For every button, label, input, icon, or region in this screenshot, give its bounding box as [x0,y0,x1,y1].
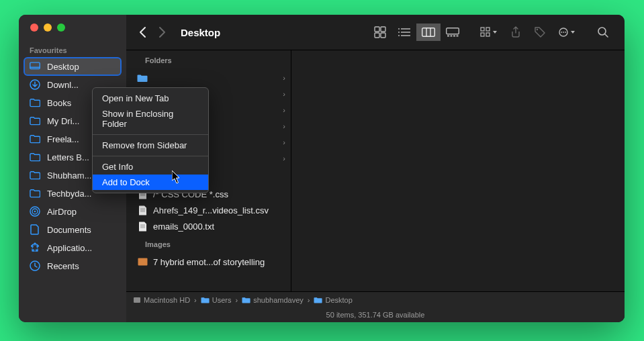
list-item[interactable]: › [126,70,291,86]
sidebar-item-airdrop[interactable]: AirDrop [24,203,121,220]
document-icon [30,224,40,235]
svg-point-15 [398,32,400,33]
item-label: 7 hybrid emot...of storytelling [153,257,265,267]
back-button[interactable] [139,26,146,38]
chevron-right-icon: › [283,106,285,114]
svg-rect-7 [375,27,379,32]
svg-rect-21 [447,36,449,37]
svg-rect-23 [453,36,455,37]
sidebar-item-documents[interactable]: Documents [24,221,121,238]
status-bar: 50 items, 351.74 GB available [126,307,625,322]
chevron-right-icon: › [283,90,285,98]
svg-rect-26 [481,33,484,36]
svg-point-16 [398,35,400,36]
file-icon [137,205,148,215]
window-title: Desktop [181,27,364,38]
sidebar-item-label: Applicatio... [47,243,92,253]
menu-item-remove-from-sidebar[interactable]: Remove from Sidebar [93,138,208,153]
menu-separator [93,134,208,135]
group-by-button[interactable] [474,23,504,41]
path-segment[interactable]: Macintosh HD [133,296,190,304]
folder-icon [30,115,40,126]
action-button[interactable] [552,23,582,41]
chevron-right-icon: › [283,138,285,146]
svg-rect-27 [486,28,490,31]
finder-window: Favourites DesktopDownl...BooksMy Dri...… [19,15,625,322]
menu-item-open-in-new-tab[interactable]: Open in New Tab [93,91,208,106]
sidebar-item-label: Freela... [47,134,79,144]
download-icon [30,79,40,90]
svg-rect-45 [138,258,147,266]
path-bar: Macintosh HD›Users›shubhamdavey›Desktop [126,291,625,307]
item-label: Ahrefs_149_r...videos_list.csv [153,205,269,215]
svg-rect-10 [381,33,385,38]
cursor-icon [172,170,181,184]
menu-item-show-in-enclosing-folder[interactable]: Show in Enclosing Folder [93,106,208,132]
icon-view-button[interactable] [368,23,392,41]
folder-icon [137,72,148,83]
airdrop-icon [30,206,40,217]
svg-rect-0 [30,62,40,68]
minimize-button[interactable] [44,23,52,32]
sidebar-item-label: Shubham... [47,170,92,181]
context-menu: Open in New TabShow in Enclosing FolderR… [92,87,209,193]
svg-rect-9 [375,33,379,38]
list-item[interactable]: 7 hybrid emot...of storytelling [126,254,291,270]
column-view-button[interactable] [416,23,441,41]
chevron-right-icon: › [283,122,285,130]
folder-icon [30,188,40,199]
list-item[interactable]: Ahrefs_149_r...videos_list.csv [126,202,291,218]
svg-rect-22 [451,36,453,37]
chevron-right-icon: › [308,296,310,304]
file-icon [137,221,148,232]
path-segment[interactable]: shubhamdavey [242,296,304,304]
menu-item-add-to-dock[interactable]: Add to Dock [93,175,208,190]
image-icon [137,256,148,267]
svg-point-29 [537,29,538,30]
menu-item-get-info[interactable]: Get Info [93,159,208,175]
path-segment[interactable]: Desktop [314,296,352,304]
search-button[interactable] [591,23,615,41]
sidebar-item-label: Letters B... [47,152,89,162]
menu-separator [93,156,208,156]
svg-line-35 [605,34,608,37]
tags-button[interactable] [528,23,552,41]
gallery-view-button[interactable] [441,23,465,41]
status-text: 50 items, 351.74 GB available [326,311,425,319]
list-item[interactable]: emails_0000.txt [126,218,291,234]
close-button[interactable] [30,23,38,32]
sidebar-item-recents[interactable]: Recents [24,257,121,275]
section-header: Folders [126,50,291,70]
forward-button[interactable] [158,26,166,38]
svg-rect-8 [381,27,385,32]
svg-rect-46 [134,297,140,303]
sidebar-item-label: Downl... [47,80,79,90]
folder-icon [30,97,40,108]
traffic-lights [19,23,126,32]
list-view-button[interactable] [392,23,416,41]
svg-point-32 [563,32,564,33]
sidebar-item-label: Recents [47,261,79,271]
zoom-button[interactable] [57,23,65,32]
chevron-right-icon: › [283,154,285,162]
folder-icon [30,152,40,162]
chevron-right-icon: › [235,296,238,304]
svg-rect-24 [457,36,459,37]
sidebar-item-desktop[interactable]: Desktop [24,58,121,75]
share-button[interactable] [504,23,528,41]
sidebar-item-label: My Dri... [47,116,79,126]
clock-icon [30,260,40,271]
folder-icon [30,170,40,181]
sidebar-section-label: Favourites [19,46,126,54]
sidebar-item-label: Desktop [47,62,79,72]
sidebar-item-applicatio[interactable]: Applicatio... [24,239,121,256]
svg-rect-17 [422,28,435,37]
path-segment[interactable]: Users [201,296,232,304]
svg-point-14 [398,28,400,30]
svg-point-31 [561,32,562,33]
svg-rect-25 [481,28,484,31]
svg-point-34 [598,28,606,35]
sidebar-item-label: AirDrop [47,207,77,217]
item-label: emails_0000.txt [153,222,214,232]
app-icon [30,242,40,253]
